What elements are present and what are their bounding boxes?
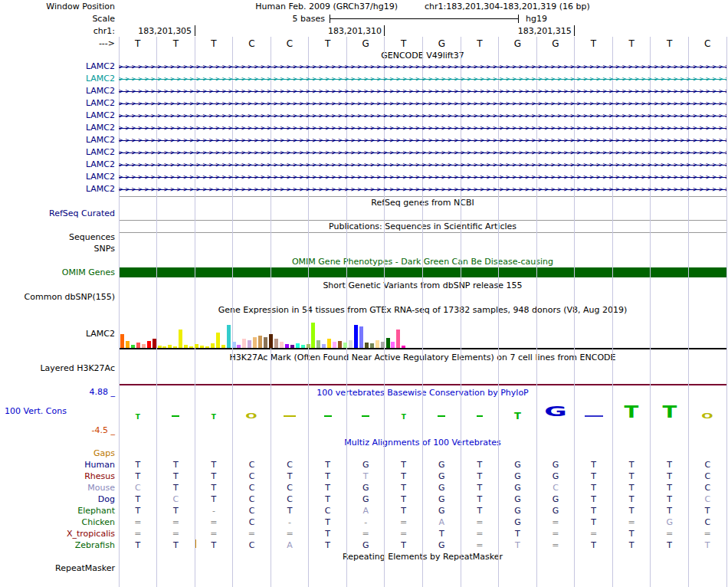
gtex-bar[interactable] <box>359 326 363 348</box>
gtex-bar[interactable] <box>152 339 156 348</box>
omim-genes-label[interactable]: OMIM Genes <box>0 267 115 277</box>
snps-label[interactable]: SNPs <box>0 244 115 254</box>
gtex-bar[interactable] <box>296 343 300 348</box>
transcript-arrows[interactable]: >>>>>>>>>>>>>>>>>>>>>>>>>>>>>>>>>>>>>>>>… <box>119 87 726 96</box>
gtex-bar[interactable] <box>131 345 135 348</box>
gtex-bar[interactable] <box>142 344 146 348</box>
dbsnp-label[interactable]: Common dbSNP(155) <box>0 292 115 302</box>
gtex-bar[interactable] <box>354 325 358 348</box>
transcript-arrows[interactable]: >>>>>>>>>>>>>>>>>>>>>>>>>>>>>>>>>>>>>>>>… <box>119 148 726 157</box>
transcript-arrows[interactable]: >>>>>>>>>>>>>>>>>>>>>>>>>>>>>>>>>>>>>>>>… <box>119 62 726 71</box>
transcript-arrows[interactable]: >>>>>>>>>>>>>>>>>>>>>>>>>>>>>>>>>>>>>>>>… <box>119 99 726 108</box>
conservation-letter[interactable]: T <box>648 404 690 421</box>
gtex-bar[interactable] <box>322 344 326 348</box>
gtex-bar[interactable] <box>147 341 151 348</box>
gtex-bar[interactable] <box>120 334 124 348</box>
gtex-bar[interactable] <box>316 340 320 348</box>
transcript-arrows[interactable]: >>>>>>>>>>>>>>>>>>>>>>>>>>>>>>>>>>>>>>>>… <box>119 172 726 182</box>
gencode-transcript-label[interactable]: LAMC2 <box>0 159 115 169</box>
species-label-elephant[interactable]: Elephant <box>0 506 115 516</box>
species-label-zebrafish[interactable]: Zebrafish <box>0 540 115 550</box>
gtex-bar[interactable] <box>349 340 353 348</box>
transcript-arrows[interactable]: >>>>>>>>>>>>>>>>>>>>>>>>>>>>>>>>>>>>>>>>… <box>119 74 726 84</box>
gtex-bar[interactable] <box>274 339 278 348</box>
conservation-letter[interactable]: O <box>694 413 721 420</box>
gtex-bar[interactable] <box>402 346 405 348</box>
gtex-bar[interactable] <box>280 342 284 348</box>
gtex-bar[interactable] <box>179 330 182 348</box>
species-label-rhesus[interactable]: Rhesus <box>0 471 115 481</box>
gencode-transcript-label[interactable]: LAMC2 <box>0 147 115 157</box>
gtex-bar[interactable] <box>184 345 188 348</box>
species-label-mouse[interactable]: Mouse <box>0 483 115 493</box>
conservation-mark[interactable] <box>284 415 296 417</box>
gtex-bar[interactable] <box>338 341 342 348</box>
transcript-arrows[interactable]: >>>>>>>>>>>>>>>>>>>>>>>>>>>>>>>>>>>>>>>>… <box>119 123 726 133</box>
gtex-bar[interactable] <box>301 345 305 348</box>
conservation-track-label[interactable]: 100 Vert. Cons <box>5 406 67 416</box>
gtex-bar[interactable] <box>162 346 166 348</box>
conservation-letter[interactable]: T <box>507 411 527 421</box>
gtex-bar[interactable] <box>221 345 225 348</box>
gtex-bar[interactable] <box>237 345 241 348</box>
gencode-transcript-label[interactable]: LAMC2 <box>0 86 115 96</box>
gtex-bar[interactable] <box>158 346 162 348</box>
gtex-bar[interactable] <box>269 334 273 348</box>
conservation-mark[interactable] <box>172 415 179 417</box>
gtex-bar[interactable] <box>168 345 172 348</box>
transcript-arrows[interactable]: >>>>>>>>>>>>>>>>>>>>>>>>>>>>>>>>>>>>>>>>… <box>119 185 726 194</box>
gtex-bar[interactable] <box>381 342 385 348</box>
gencode-transcript-label[interactable]: LAMC2 <box>0 123 115 133</box>
gtex-bar[interactable] <box>290 345 294 348</box>
gtex-bar[interactable] <box>205 346 209 348</box>
conservation-mark[interactable] <box>585 415 603 417</box>
transcript-arrows[interactable]: >>>>>>>>>>>>>>>>>>>>>>>>>>>>>>>>>>>>>>>>… <box>119 136 726 145</box>
conservation-mark[interactable] <box>438 415 445 417</box>
conservation-letter[interactable]: T <box>207 414 221 421</box>
gtex-bar[interactable] <box>311 323 315 348</box>
gtex-bar[interactable] <box>253 337 257 348</box>
gtex-bar[interactable] <box>386 338 390 348</box>
gaps-label[interactable]: Gaps <box>0 448 115 458</box>
species-label-human[interactable]: Human <box>0 460 115 470</box>
gtex-bar[interactable] <box>264 337 267 348</box>
conservation-mark[interactable] <box>477 415 483 417</box>
species-label-x_tropicalis[interactable]: X_tropicalis <box>0 529 115 539</box>
gtex-bar[interactable] <box>258 336 262 348</box>
gtex-bar[interactable] <box>285 344 289 348</box>
gtex-bar[interactable] <box>200 346 204 348</box>
gtex-bar[interactable] <box>333 342 336 348</box>
h3k27ac-label[interactable]: Layered H3K27Ac <box>0 363 115 373</box>
gencode-transcript-label[interactable]: LAMC2 <box>0 74 115 84</box>
gtex-bar[interactable] <box>375 340 379 348</box>
gtex-bar[interactable] <box>211 343 215 348</box>
gtex-bar[interactable] <box>365 343 369 348</box>
gtex-bar[interactable] <box>126 341 130 348</box>
gencode-transcript-label[interactable]: LAMC2 <box>0 61 115 71</box>
gencode-transcript-label[interactable]: LAMC2 <box>0 172 115 182</box>
gtex-bar[interactable] <box>189 346 193 348</box>
gtex-bar[interactable] <box>136 343 140 348</box>
gencode-transcript-label[interactable]: LAMC2 <box>0 110 115 120</box>
gtex-bar[interactable] <box>370 343 374 348</box>
refseq-curated-label[interactable]: RefSeq Curated <box>0 208 115 218</box>
gtex-bar[interactable] <box>195 344 198 348</box>
gtex-bar[interactable] <box>242 339 246 348</box>
transcript-arrows[interactable]: >>>>>>>>>>>>>>>>>>>>>>>>>>>>>>>>>>>>>>>>… <box>119 111 726 120</box>
conservation-letter[interactable]: G <box>528 405 583 418</box>
gtex-gene-label[interactable]: LAMC2 <box>0 329 115 339</box>
conservation-letter[interactable]: T <box>397 414 411 421</box>
gtex-bar[interactable] <box>391 342 395 348</box>
conservation-letter[interactable]: O <box>238 413 265 420</box>
gtex-bar[interactable] <box>327 339 331 348</box>
gtex-bar[interactable] <box>343 343 347 348</box>
transcript-arrows[interactable]: >>>>>>>>>>>>>>>>>>>>>>>>>>>>>>>>>>>>>>>>… <box>119 160 726 169</box>
conservation-mark[interactable] <box>362 415 369 417</box>
species-label-chicken[interactable]: Chicken <box>0 517 115 527</box>
conservation-mark[interactable] <box>324 415 332 417</box>
gtex-bar[interactable] <box>307 344 310 348</box>
sequences-label[interactable]: Sequences <box>0 232 115 242</box>
conservation-letter[interactable]: T <box>131 414 145 421</box>
conservation-letter[interactable]: T <box>611 404 653 421</box>
species-label-dog[interactable]: Dog <box>0 494 115 504</box>
